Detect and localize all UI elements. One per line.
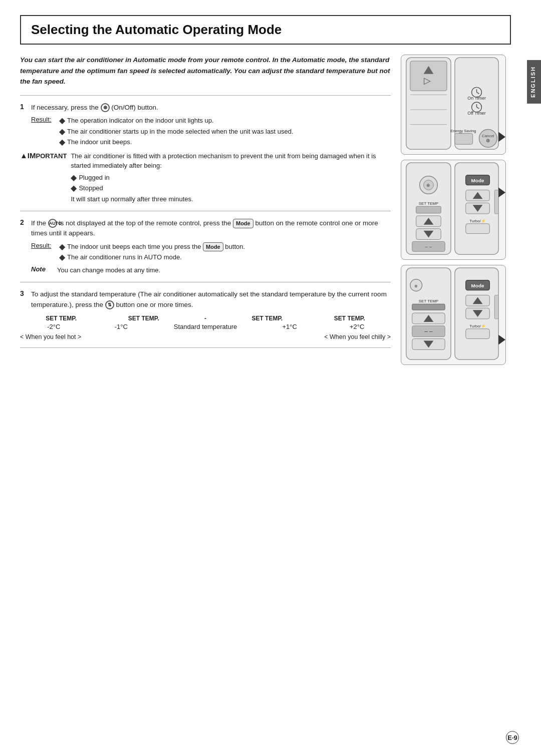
onoff-icon: ⊛ <box>101 103 110 112</box>
important-label: ▲IMPORTANT <box>20 151 67 204</box>
step-1-row: 1 If necessary, press the ⊛ (On/Off) but… <box>20 103 391 113</box>
svg-text:⊕: ⊕ <box>414 284 418 288</box>
svg-text:On Timer: On Timer <box>467 96 486 101</box>
divider-2 <box>20 211 391 211</box>
feel-hot: < When you feel hot > <box>20 333 81 340</box>
svg-text:SET TEMP: SET TEMP <box>419 201 438 206</box>
divider-1 <box>20 95 391 96</box>
svg-text:– –: – – <box>424 328 433 335</box>
content-area: You can start the air conditioner in Aut… <box>20 55 511 365</box>
bullet-icon: ◆ <box>59 242 65 251</box>
step-2-section: 2 If the AUTO is not displayed at the to… <box>20 218 391 275</box>
result-items-2: ◆ The indoor unit beeps each time you pr… <box>59 242 391 263</box>
temp-values-row: -2°C -1°C Standard temperature +1°C +2°C <box>20 323 391 330</box>
svg-rect-27 <box>416 206 441 213</box>
remote-image-3: ⊕ SET TEMP – – <box>401 265 506 365</box>
important-bullet-2: ◆ Stopped <box>71 183 391 193</box>
bullet-text: The air conditioner runs in AUTO mode. <box>67 252 182 262</box>
step-2-text: If the AUTO is not displayed at the top … <box>31 218 391 239</box>
temp-val-2: -1°C <box>88 323 155 330</box>
remote-image-1: ▷ On Timer Off Timer <box>401 55 506 155</box>
svg-text:Turbo/⚡: Turbo/⚡ <box>469 218 486 223</box>
temp-feel-row: < When you feel hot > < When you feel ch… <box>20 333 391 340</box>
mode-btn-inline: Mode <box>203 242 223 252</box>
result-items-1: ◆ The operation indicator on the indoor … <box>59 116 391 148</box>
bullet-text: The indoor unit beeps. <box>67 137 132 147</box>
result-label-2: Result: <box>31 242 56 249</box>
step-1-text: If necessary, press the ⊛ (On/Off) butto… <box>31 103 391 113</box>
remote-svg-1: ▷ On Timer Off Timer <box>401 55 505 154</box>
svg-text:⊛: ⊛ <box>486 138 490 143</box>
temp-icon: ⇅ <box>105 300 114 309</box>
step-2-row: 2 If the AUTO is not displayed at the to… <box>20 218 391 239</box>
svg-text:Mode: Mode <box>471 283 484 288</box>
svg-text:Turbo/⚡: Turbo/⚡ <box>469 323 486 328</box>
step-3-row: 3 To adjust the standard temperature (Th… <box>20 289 391 310</box>
note-row: Note You can change modes at any time. <box>31 265 391 275</box>
svg-rect-65 <box>466 329 490 339</box>
bullet-icon: ◆ <box>59 127 65 136</box>
svg-marker-66 <box>498 335 505 345</box>
bullet-icon: ◆ <box>71 173 77 182</box>
temp-val-3: +1°C <box>256 323 324 330</box>
temp-header-2: SET TEMP. <box>102 315 184 322</box>
bullet-text: The operation indicator on the indoor un… <box>67 116 214 126</box>
bullet-text: Stopped <box>79 183 103 193</box>
step-3-section: 3 To adjust the standard temperature (Th… <box>20 289 391 340</box>
important-footer: It will start up normally after three mi… <box>71 194 391 204</box>
intro-paragraph: You can start the air conditioner in Aut… <box>20 55 391 87</box>
svg-rect-63 <box>494 295 498 319</box>
result-label-1: Result: <box>31 116 56 123</box>
svg-marker-21 <box>498 132 505 142</box>
bullet-2-1: ◆ The indoor unit beeps each time you pr… <box>59 242 391 252</box>
page-container: ENGLISH Selecting the Automatic Operatin… <box>0 0 541 385</box>
bullet-1-1: ◆ The operation indicator on the indoor … <box>59 116 391 126</box>
svg-text:– –: – – <box>425 244 432 249</box>
remote-svg-2: ⊕ SET TEMP – – <box>401 160 505 259</box>
page-number: E·9 <box>506 731 519 744</box>
bullet-2-2: ◆ The air conditioner runs in AUTO mode. <box>59 252 391 262</box>
page-title: Selecting the Automatic Operating Mode <box>31 22 500 38</box>
svg-rect-41 <box>494 190 498 214</box>
temp-val-center: Standard temperature <box>155 323 256 330</box>
temp-header-4: SET TEMP. <box>309 315 391 322</box>
bullet-icon: ◆ <box>59 116 65 125</box>
important-content: The air conditioner is fitted with a pro… <box>71 151 391 204</box>
temp-header-row: SET TEMP. SET TEMP. - SET TEMP. SET TEMP… <box>20 315 391 322</box>
bullet-icon: ◆ <box>59 252 65 262</box>
divider-3 <box>20 282 391 282</box>
svg-rect-49 <box>412 304 445 310</box>
auto-icon: AUTO <box>48 219 57 228</box>
step-2-number: 2 <box>20 218 28 226</box>
bullet-1-3: ◆ The indoor unit beeps. <box>59 137 391 147</box>
svg-text:Off Timer: Off Timer <box>467 111 485 116</box>
temp-section: SET TEMP. SET TEMP. - SET TEMP. SET TEMP… <box>20 315 391 340</box>
svg-text:Mode: Mode <box>471 178 484 183</box>
remote-svg-3: ⊕ SET TEMP – – <box>401 265 505 364</box>
note-content: You can change modes at any time. <box>57 265 160 275</box>
left-column: You can start the air conditioner in Aut… <box>20 55 391 365</box>
temp-header-1: SET TEMP. <box>20 315 102 322</box>
bullet-1-2: ◆ The air conditioner starts up in the m… <box>59 127 391 137</box>
step-1-result: Result: ◆ The operation indicator on the… <box>31 116 391 148</box>
bullet-icon: ◆ <box>59 137 65 147</box>
note-label: Note <box>31 265 53 273</box>
svg-text:▷: ▷ <box>424 76 431 86</box>
svg-rect-17 <box>455 133 473 144</box>
bullet-text: Plugged in <box>79 173 109 183</box>
right-column: ▷ On Timer Off Timer <box>401 55 511 365</box>
temp-header-3: SET TEMP. <box>226 315 308 322</box>
important-text: The air conditioner is fitted with a pro… <box>71 151 391 171</box>
svg-marker-44 <box>498 187 505 197</box>
divider-4 <box>20 347 391 348</box>
svg-rect-43 <box>466 224 490 234</box>
language-label: ENGLISH <box>530 66 536 98</box>
svg-text:⊕: ⊕ <box>426 183 430 188</box>
svg-text:Energy Saving: Energy Saving <box>450 129 476 133</box>
step-2-result: Result: ◆ The indoor unit beeps each tim… <box>31 242 391 263</box>
title-box: Selecting the Automatic Operating Mode <box>20 15 511 45</box>
temp-val-4: +2°C <box>323 323 391 330</box>
im-prefix: ▲IM <box>20 151 36 160</box>
important-bullet-1: ◆ Plugged in <box>71 173 391 183</box>
language-tab: ENGLISH <box>527 60 541 104</box>
